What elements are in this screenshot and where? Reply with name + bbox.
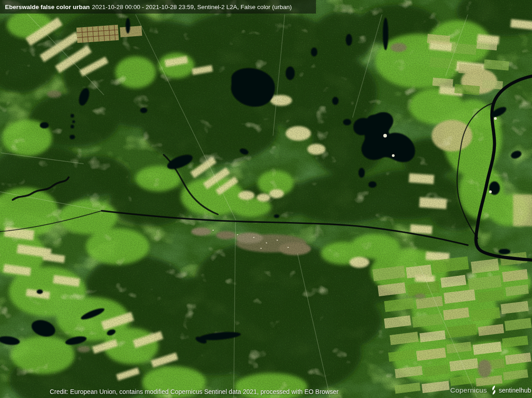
copernicus-logo: Copernicus [450, 386, 487, 394]
satellite-image-viewer: Eberswalde false color urban 2021-10-28 … [0, 0, 532, 398]
caption-layer-name: Eberswalde false color urban [5, 4, 90, 10]
sentinelhub-logo-label: sentinelhub [499, 387, 531, 394]
sentinelhub-icon [491, 385, 497, 395]
logo-area: Copernicus sentinelhub [450, 385, 531, 395]
sentinelhub-logo: sentinelhub [491, 385, 531, 395]
image-caption-bar: Eberswalde false color urban 2021-10-28 … [0, 0, 316, 14]
credit-text: Credit: European Union, contains modifie… [50, 388, 339, 395]
caption-details: 2021-10-28 00:00 - 2021-10-28 23:59, Sen… [92, 4, 292, 10]
satellite-scene [0, 0, 532, 398]
